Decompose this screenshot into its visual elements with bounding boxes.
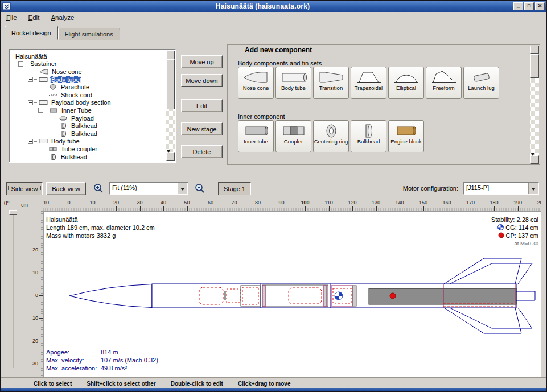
add-freeform-fin-button[interactable]: Freeform xyxy=(426,67,462,99)
rotation-slider[interactable] xyxy=(9,210,18,373)
scrollbar-thumb[interactable] xyxy=(166,59,175,109)
back-view-label: Back view xyxy=(52,185,80,192)
menu-edit[interactable]: Edit xyxy=(23,12,46,24)
body-components-group-label: Body components and fin sets xyxy=(238,60,322,67)
scroll-down-button[interactable] xyxy=(166,152,175,161)
elliptical-fin-icon xyxy=(393,69,419,85)
ruler-major-tick xyxy=(69,206,69,211)
chevron-down-icon[interactable] xyxy=(528,183,538,194)
collapse-icon[interactable] xyxy=(18,61,23,67)
ruler-major-tick xyxy=(116,206,117,211)
add-component-title: Add new component xyxy=(245,46,312,54)
collapse-icon[interactable] xyxy=(28,77,33,82)
ruler-tick-label: 70 xyxy=(231,200,237,205)
component-button-label: Launch lug xyxy=(468,85,494,91)
ruler-major-tick xyxy=(39,295,43,296)
add-launch-lug-button[interactable]: Launch lug xyxy=(463,67,499,99)
add-nose-cone-button[interactable]: Nose cone xyxy=(238,67,274,99)
zoom-out-button[interactable] xyxy=(192,181,207,196)
add-coupler-button[interactable]: Coupler xyxy=(275,120,311,152)
tree-item-parachute[interactable]: Parachute xyxy=(11,83,165,91)
scrollbar-thumb[interactable] xyxy=(530,54,539,78)
close-button[interactable]: ✕ xyxy=(535,2,545,10)
delete-label: Delete xyxy=(193,148,211,155)
ruler-tick-label: -10 xyxy=(43,200,49,205)
tree-item-shock-cord[interactable]: Shock cord xyxy=(11,91,165,99)
move-down-button[interactable]: Move down xyxy=(181,74,223,87)
tree-connector xyxy=(24,64,28,64)
tree-item-bulkhead[interactable]: Bulkhead xyxy=(11,153,165,161)
add-inner-tube-button[interactable]: Inner tube xyxy=(238,120,274,152)
scroll-down-button[interactable] xyxy=(530,155,539,164)
minimize-button[interactable]: _ xyxy=(513,2,523,10)
coupler-icon xyxy=(281,122,307,139)
tree-item-tube-coupler[interactable]: Tube coupler xyxy=(11,145,165,153)
tree-item-payload[interactable]: Payload xyxy=(11,114,165,122)
ruler-major-tick xyxy=(211,206,211,211)
title-bar[interactable]: Haisunäätä (haisunaata.ork) _ □ ✕ xyxy=(1,1,546,12)
ruler-tick-label: 60 xyxy=(208,200,213,205)
maximize-button[interactable]: □ xyxy=(524,2,534,10)
add-component-panel: Add new component Body components and fi… xyxy=(227,44,540,165)
component-button-label: Bulkhead xyxy=(357,139,380,145)
scroll-up-button[interactable] xyxy=(166,51,175,59)
collapse-icon[interactable] xyxy=(28,100,33,105)
scroll-up-button[interactable] xyxy=(530,46,539,54)
component-button-label: Elliptical xyxy=(396,85,416,91)
tab-flight-simulations[interactable]: Flight simulations xyxy=(58,28,120,40)
ruler-major-tick xyxy=(400,206,400,211)
new-stage-button[interactable]: New stage xyxy=(181,122,223,135)
zoom-select[interactable]: Fit (11%) xyxy=(109,182,188,195)
add-bulkhead-button[interactable]: Bulkhead xyxy=(351,120,386,152)
add-engine-block-button[interactable]: Engine block xyxy=(388,120,424,152)
collapse-icon[interactable] xyxy=(28,139,33,144)
tree-connector xyxy=(34,102,38,103)
rotation-slider-handle[interactable] xyxy=(9,210,17,215)
tree-item-sustainer[interactable]: Sustainer xyxy=(11,60,165,68)
move-up-button[interactable]: Move up xyxy=(181,55,223,68)
new-stage-label: New stage xyxy=(187,126,217,133)
tree-item-label: Payload body section xyxy=(50,99,112,106)
tree-item-inner-tube[interactable]: Inner Tube xyxy=(11,106,165,114)
add-elliptical-fin-button[interactable]: Elliptical xyxy=(388,67,424,99)
add-body-tube-button[interactable]: Body tube xyxy=(275,67,311,99)
side-view-button[interactable]: Side view xyxy=(6,182,43,195)
component-button-label: Nose cone xyxy=(243,85,269,91)
menu-analyze[interactable]: Analyze xyxy=(45,12,80,24)
ruler-tick-label: 20 xyxy=(113,200,119,205)
back-view-button[interactable]: Back view xyxy=(46,182,86,195)
tree-item-nose-cone[interactable]: Nose cone xyxy=(11,68,165,76)
tree-item-payload-section[interactable]: Payload body section xyxy=(11,99,165,107)
ruler-major-tick xyxy=(140,206,141,211)
menu-file[interactable]: File xyxy=(1,12,23,24)
delete-button[interactable]: Delete xyxy=(181,145,223,158)
rocket-canvas[interactable]: Haisunäätä Length 189 cm, max. diameter … xyxy=(43,211,541,377)
chevron-down-icon[interactable] xyxy=(178,183,187,194)
tree-item-bulkhead[interactable]: Bulkhead xyxy=(11,122,165,130)
tree-scrollbar[interactable] xyxy=(166,51,175,161)
body-tube-icon xyxy=(39,99,48,106)
add-trapezoidal-fin-button[interactable]: Trapezoidal xyxy=(351,67,386,99)
window-bottom-border xyxy=(1,388,546,391)
bulkhead-icon xyxy=(59,122,68,129)
motor-config-select[interactable]: [J115-P] xyxy=(463,182,539,195)
tree-item-root[interactable]: Haisunäätä xyxy=(11,52,165,60)
zoom-in-button[interactable] xyxy=(91,181,106,196)
motor-config-value: [J115-P] xyxy=(464,183,528,194)
add-centering-ring-button[interactable]: Centering ring xyxy=(313,120,349,152)
tab-rocket-design[interactable]: Rocket design xyxy=(5,26,58,40)
edit-button[interactable]: Edit xyxy=(181,99,223,112)
tree-item-label-selected: Body tube xyxy=(50,76,81,83)
tree-item-body-tube-aft[interactable]: Body tube xyxy=(11,138,165,146)
tree-item-label: Payload xyxy=(70,115,95,122)
ruler-tick-label: -10 xyxy=(31,270,38,275)
zoom-select-value: Fit (11%) xyxy=(110,183,178,194)
collapse-icon[interactable] xyxy=(38,108,43,113)
stage-1-button[interactable]: Stage 1 xyxy=(218,182,251,195)
tree-item-bulkhead[interactable]: Bulkhead xyxy=(11,130,165,138)
coupler-icon xyxy=(48,146,58,152)
add-panel-scrollbar[interactable] xyxy=(530,46,539,164)
add-transition-button[interactable]: Transition xyxy=(313,67,349,99)
tree-item-body-tube[interactable]: Body tube xyxy=(11,76,165,84)
ruler-unit-label: cm xyxy=(21,202,28,208)
